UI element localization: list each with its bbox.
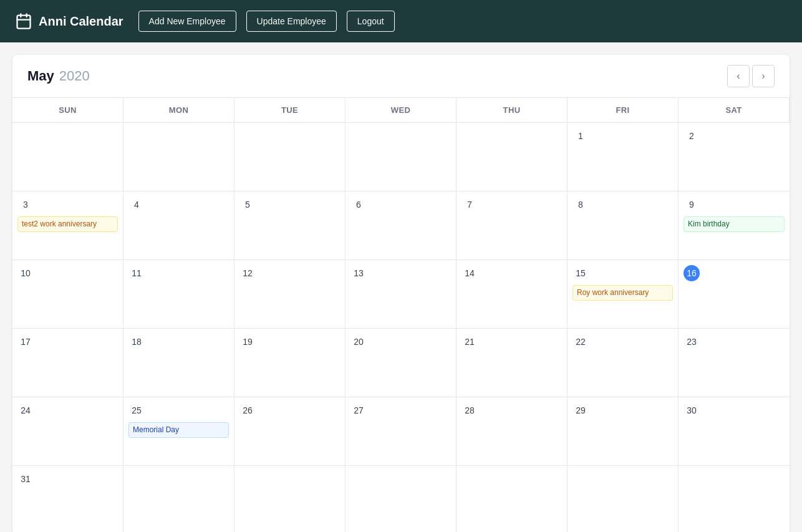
- app-header: Anni Calendar Add New Employee Update Em…: [0, 0, 802, 42]
- cal-cell-31: 31: [12, 466, 123, 532]
- cal-cell-3: 3 test2 work anniversary: [12, 191, 123, 260]
- date-number: 30: [684, 402, 700, 418]
- cal-cell-empty: [345, 466, 457, 532]
- date-number: 8: [573, 196, 589, 213]
- cal-cell-23: 23: [679, 329, 790, 397]
- event-memorial-day[interactable]: Memorial Day: [128, 422, 229, 438]
- logout-button[interactable]: Logout: [347, 11, 395, 32]
- calendar-navigation: ‹ ›: [727, 65, 775, 87]
- calendar-container: May 2020 ‹ › SUN MON TUE WED THU FRI SAT…: [12, 55, 790, 532]
- date-number: 11: [128, 265, 145, 281]
- day-header-sat: SAT: [679, 98, 790, 123]
- calendar-icon: [15, 12, 32, 30]
- cal-cell-16: 16: [679, 260, 790, 329]
- cal-cell-5: 5: [234, 191, 345, 260]
- cal-cell-28: 28: [457, 397, 568, 466]
- cal-cell-empty: [457, 123, 568, 191]
- cal-cell-empty: [123, 466, 234, 532]
- date-number: 4: [128, 196, 145, 213]
- day-header-mon: MON: [123, 98, 234, 123]
- cal-cell-empty: [568, 466, 679, 532]
- day-header-wed: WED: [345, 98, 457, 123]
- cal-cell-19: 19: [234, 329, 345, 397]
- date-number: 29: [573, 402, 589, 418]
- event-kim-birthday[interactable]: Kim birthday: [684, 216, 785, 232]
- cal-cell-8: 8: [568, 191, 679, 260]
- date-number: 18: [128, 334, 145, 350]
- date-number: 20: [350, 334, 367, 350]
- cal-cell-empty: [123, 123, 234, 191]
- date-number: 31: [17, 471, 34, 487]
- cal-cell-30: 30: [679, 397, 790, 466]
- date-number: 27: [350, 402, 367, 418]
- date-number: 2: [684, 128, 700, 144]
- cal-cell-7: 7: [457, 191, 568, 260]
- day-header-sun: SUN: [12, 98, 123, 123]
- date-number: 21: [461, 334, 478, 350]
- date-number: 10: [17, 265, 34, 281]
- calendar-header: May 2020 ‹ ›: [12, 55, 790, 98]
- cal-cell-empty: [345, 123, 457, 191]
- cal-cell-20: 20: [345, 329, 457, 397]
- date-number: 17: [17, 334, 34, 350]
- date-number: 22: [573, 334, 589, 350]
- app-logo: Anni Calendar: [15, 12, 123, 30]
- calendar-month: May: [27, 68, 54, 84]
- cal-cell-empty: [679, 466, 790, 532]
- cal-cell-empty: [457, 466, 568, 532]
- calendar-title: May 2020: [27, 68, 90, 84]
- date-number: 9: [684, 196, 700, 213]
- day-header-fri: FRI: [568, 98, 679, 123]
- date-number: 12: [239, 265, 256, 281]
- next-month-button[interactable]: ›: [752, 65, 775, 87]
- cal-cell-14: 14: [457, 260, 568, 329]
- date-number: 24: [17, 402, 34, 418]
- date-number: 7: [461, 196, 478, 213]
- cal-cell-2: 2: [679, 123, 790, 191]
- day-header-tue: TUE: [234, 98, 345, 123]
- date-number: 1: [573, 128, 589, 144]
- date-number: 14: [461, 265, 478, 281]
- cal-cell-empty: [234, 466, 345, 532]
- day-header-thu: THU: [457, 98, 568, 123]
- update-employee-button[interactable]: Update Employee: [246, 11, 337, 32]
- date-number: 25: [128, 402, 145, 418]
- date-number: 19: [239, 334, 256, 350]
- svg-rect-0: [17, 16, 31, 29]
- event-roy-anniversary[interactable]: Roy work anniversary: [573, 285, 673, 301]
- date-number-today: 16: [684, 265, 700, 281]
- cal-cell-24: 24: [12, 397, 123, 466]
- prev-month-button[interactable]: ‹: [727, 65, 750, 87]
- date-number: 15: [573, 265, 589, 281]
- cal-cell-21: 21: [457, 329, 568, 397]
- cal-cell-13: 13: [345, 260, 457, 329]
- cal-cell-10: 10: [12, 260, 123, 329]
- date-number: 26: [239, 402, 256, 418]
- app-title: Anni Calendar: [39, 14, 123, 29]
- cal-cell-empty: [234, 123, 345, 191]
- cal-cell-15: 15 Roy work anniversary: [568, 260, 679, 329]
- cal-cell-empty: [12, 123, 123, 191]
- date-number: 13: [350, 265, 367, 281]
- cal-cell-12: 12: [234, 260, 345, 329]
- date-number: 28: [461, 402, 478, 418]
- cal-cell-27: 27: [345, 397, 457, 466]
- cal-cell-25: 25 Memorial Day: [123, 397, 234, 466]
- cal-cell-26: 26: [234, 397, 345, 466]
- cal-cell-11: 11: [123, 260, 234, 329]
- date-number: 6: [350, 196, 367, 213]
- cal-cell-17: 17: [12, 329, 123, 397]
- event-test2-anniversary[interactable]: test2 work anniversary: [17, 216, 118, 232]
- add-employee-button[interactable]: Add New Employee: [138, 11, 236, 32]
- date-number: 5: [239, 196, 256, 213]
- cal-cell-1: 1: [568, 123, 679, 191]
- cal-cell-29: 29: [568, 397, 679, 466]
- date-number: 3: [17, 196, 34, 213]
- cal-cell-22: 22: [568, 329, 679, 397]
- cal-cell-4: 4: [123, 191, 234, 260]
- date-number: 23: [684, 334, 700, 350]
- calendar-year: 2020: [59, 68, 90, 84]
- cal-cell-18: 18: [123, 329, 234, 397]
- cal-cell-6: 6: [345, 191, 457, 260]
- calendar-grid: SUN MON TUE WED THU FRI SAT 1 2 3 test2 …: [12, 98, 790, 532]
